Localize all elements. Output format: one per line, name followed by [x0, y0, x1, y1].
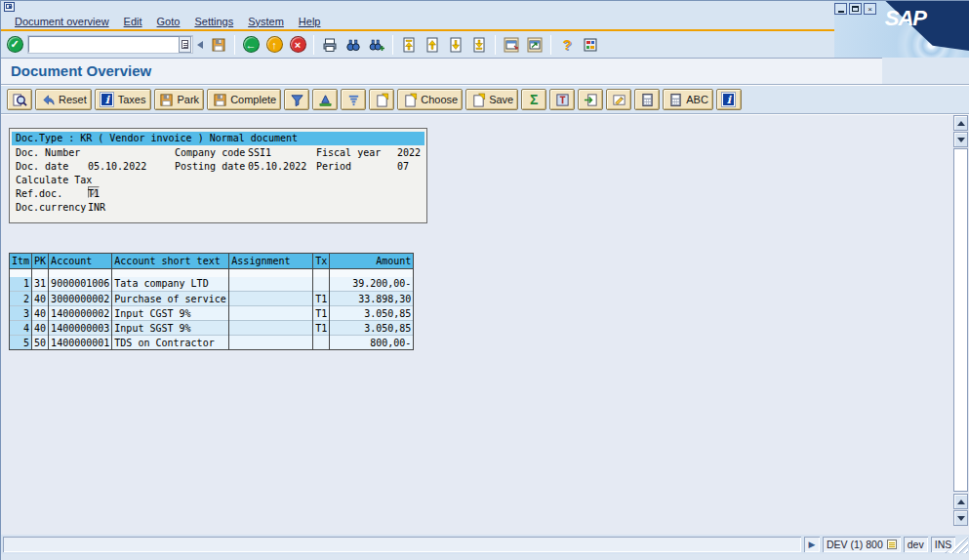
cell-amount[interactable]: 800,00- [330, 336, 414, 350]
cell-amount[interactable]: 3.050,85 [330, 321, 414, 336]
last-page-button[interactable] [469, 35, 489, 55]
cell-tx[interactable] [313, 336, 330, 350]
scroll-up-button-bottom[interactable] [953, 494, 968, 509]
cell-amount[interactable]: 3.050,85 [330, 306, 414, 321]
scroll-down-button[interactable] [953, 132, 968, 147]
column-header-account[interactable]: Account [49, 254, 112, 269]
cell-assignment[interactable] [229, 277, 313, 292]
table-row[interactable]: 2403000000002Purchase of serviceT133.898… [10, 292, 414, 306]
cell-account[interactable]: 3000000002 [49, 292, 112, 306]
first-page-button[interactable] [399, 35, 419, 55]
table-row[interactable]: 3401400000002Input CGST 9%T13.050,85 [10, 306, 414, 321]
column-header-itm[interactable]: Itm [10, 254, 32, 269]
cell-assignment[interactable] [229, 292, 313, 306]
new-session-button[interactable] [502, 35, 521, 55]
cancel-button[interactable]: × [288, 35, 307, 55]
vertical-scrollbar[interactable] [953, 115, 969, 535]
server-list-icon[interactable] [887, 540, 897, 549]
reset-button[interactable]: Reset [35, 89, 92, 110]
complete-button[interactable]: Complete [207, 89, 281, 110]
cell-account-short-text[interactable]: Tata company LTD [112, 277, 229, 292]
column-header-account-short-text[interactable]: Account short text [112, 254, 229, 269]
back-button[interactable]: ← [241, 35, 261, 55]
cell-account-short-text[interactable]: Purchase of service [112, 292, 229, 306]
column-header-tx[interactable]: Tx [313, 254, 330, 269]
enter-button[interactable]: ✓ [5, 35, 24, 55]
document-type-line[interactable]: Doc.Type : KR ( Vendor invoice ) Normal … [12, 132, 424, 145]
status-expand-button[interactable]: ▶ [804, 537, 820, 552]
choose-detail-button[interactable] [7, 89, 32, 110]
select-block-button[interactable] [369, 89, 394, 110]
next-page-button[interactable] [446, 35, 465, 55]
save-button[interactable] [209, 35, 228, 55]
cell-pk[interactable]: 50 [32, 336, 49, 350]
menu-document-overview[interactable]: Document overview [15, 16, 109, 27]
choose-button[interactable]: Choose [397, 89, 463, 110]
calculator-button[interactable] [634, 89, 660, 110]
find-button[interactable] [343, 35, 363, 55]
cell-assignment[interactable] [229, 336, 313, 350]
restore-button[interactable] [849, 3, 862, 15]
column-header-amount[interactable]: Amount [330, 254, 414, 269]
cell-itm[interactable]: 5 [10, 336, 32, 350]
menu-system[interactable]: System [248, 16, 284, 27]
exit-button[interactable]: ↑ [264, 35, 284, 55]
close-button[interactable]: × [864, 3, 876, 15]
cell-pk[interactable]: 40 [32, 306, 49, 321]
table-row[interactable]: 5501400000001TDS on Contractor800,00- [10, 336, 414, 350]
cell-itm[interactable]: 4 [10, 321, 32, 336]
cell-account-short-text[interactable]: TDS on Contractor [112, 336, 229, 350]
cell-account[interactable]: 1400000003 [49, 321, 112, 336]
information-button[interactable]: i [716, 89, 742, 110]
cell-account-short-text[interactable]: Input SGST 9% [112, 321, 229, 336]
print-button[interactable] [320, 35, 340, 55]
command-input[interactable] [28, 36, 192, 53]
save-layout-button[interactable]: Save [465, 89, 518, 110]
sort-descending-button[interactable] [341, 89, 366, 110]
filter-button[interactable] [284, 89, 309, 110]
collapse-icon[interactable] [197, 41, 203, 49]
cell-tx[interactable]: T1 [313, 306, 330, 321]
help-button[interactable]: ? [557, 35, 577, 55]
column-header-pk[interactable]: PK [32, 254, 49, 269]
previous-page-button[interactable] [423, 35, 442, 55]
cell-tx[interactable]: T1 [313, 292, 330, 306]
scroll-up-button[interactable] [953, 115, 968, 131]
cell-pk[interactable]: 40 [32, 292, 49, 306]
command-history-icon[interactable] [179, 36, 191, 53]
cell-account-short-text[interactable]: Input CGST 9% [112, 306, 229, 321]
cell-account[interactable]: 1400000002 [49, 306, 112, 321]
minimize-button[interactable] [834, 3, 847, 15]
table-row[interactable]: 1319000001006Tata company LTD39.200,00- [10, 277, 414, 292]
table-row[interactable]: 4401400000003Input SGST 9%T13.050,85 [10, 321, 414, 336]
abc-analysis-button[interactable]: ABC [663, 89, 713, 110]
edit-document-button[interactable] [606, 89, 631, 110]
sum-button[interactable]: Σ [521, 89, 546, 110]
scrollbar-track[interactable] [953, 148, 968, 492]
cell-pk[interactable]: 40 [32, 321, 49, 336]
cell-itm[interactable]: 1 [10, 277, 32, 292]
cell-amount[interactable]: 33.898,30 [330, 292, 414, 306]
menu-edit[interactable]: Edit [124, 16, 142, 27]
sort-ascending-button[interactable] [312, 89, 338, 110]
display-document-button[interactable] [578, 89, 603, 110]
scroll-down-button-bottom[interactable] [953, 510, 968, 526]
taxes-button[interactable]: iTaxes [95, 89, 151, 110]
find-next-button[interactable] [367, 35, 386, 55]
menu-settings[interactable]: Settings [194, 16, 233, 27]
park-button[interactable]: Park [154, 89, 205, 110]
cell-tx[interactable] [313, 277, 330, 292]
cell-account[interactable]: 1400000001 [49, 336, 112, 350]
system-menu-icon[interactable] [4, 2, 15, 12]
cell-tx[interactable]: T1 [313, 321, 330, 336]
system-info-field[interactable]: DEV (1) 800 [823, 537, 901, 552]
customize-layout-button[interactable] [581, 35, 600, 55]
cell-pk[interactable]: 31 [32, 277, 49, 292]
cell-assignment[interactable] [229, 321, 313, 336]
cell-assignment[interactable] [229, 306, 313, 321]
cell-itm[interactable]: 3 [10, 306, 32, 321]
create-shortcut-button[interactable] [525, 35, 545, 55]
column-header-assignment[interactable]: Assignment [229, 254, 313, 269]
cell-account[interactable]: 9000001006 [49, 277, 112, 292]
subtotal-button[interactable] [549, 89, 575, 110]
